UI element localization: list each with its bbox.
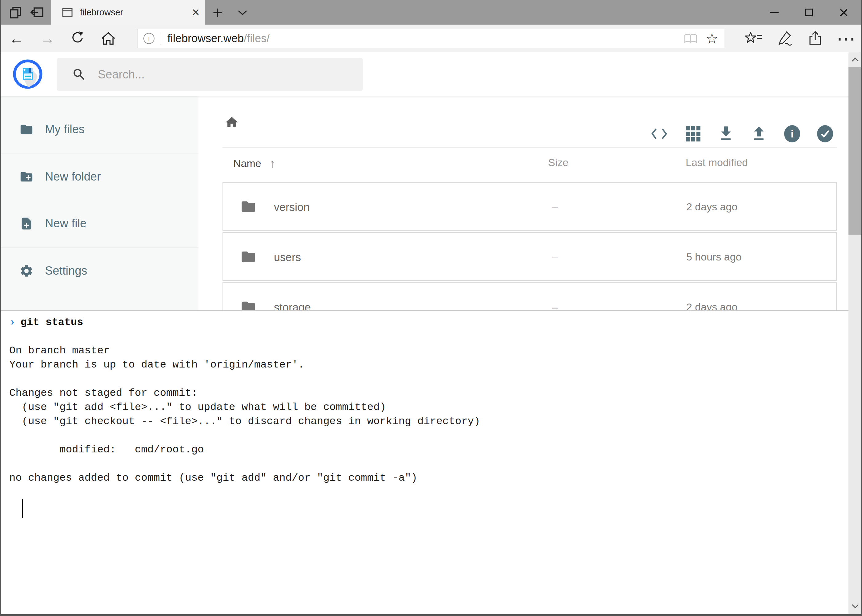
forward-button: →: [38, 29, 57, 48]
terminal-cursor: [22, 499, 23, 518]
browser-navbar: ← → i filebrowser.web/files/: [0, 25, 862, 52]
favorites-hub-icon[interactable]: [744, 29, 763, 48]
file-name: users: [274, 251, 301, 264]
set-tabs-aside-icon[interactable]: [29, 4, 45, 20]
reading-view-icon: [684, 33, 698, 44]
window-border: [0, 0, 1, 616]
web-note-pen-icon[interactable]: [775, 29, 794, 48]
terminal-output-line: (use "git checkout -- <file>..." to disc…: [0, 414, 848, 428]
new-folder-icon: [19, 170, 33, 184]
browser-titlebar: filebrowser × + ×: [0, 0, 862, 25]
window-border: [0, 614, 862, 616]
column-header-size[interactable]: Size: [548, 157, 569, 168]
back-button[interactable]: ←: [7, 29, 26, 48]
select-check-icon[interactable]: [816, 125, 834, 142]
upload-icon[interactable]: [750, 125, 767, 142]
minimize-button[interactable]: [757, 0, 791, 25]
browser-window: filebrowser × + × ← →: [0, 0, 862, 616]
sort-ascending-icon: ↑: [269, 157, 276, 170]
sidebar-item-settings[interactable]: Settings: [0, 247, 199, 294]
download-icon[interactable]: [717, 125, 734, 142]
home-button[interactable]: [99, 29, 118, 48]
search-icon: [72, 68, 86, 82]
refresh-button[interactable]: [68, 29, 87, 48]
tab-list-chevron-icon[interactable]: [235, 8, 251, 17]
terminal-command: git status: [20, 316, 83, 328]
file-modified: 5 hours ago: [686, 251, 742, 263]
terminal-output-line: [0, 329, 848, 344]
browser-tab[interactable]: filebrowser ×: [51, 0, 205, 25]
new-file-icon: [19, 217, 33, 231]
sidebar-item-my-files[interactable]: My files: [0, 106, 199, 153]
tab-title: filebrowser: [80, 7, 186, 17]
sidebar-item-label: Settings: [45, 264, 87, 277]
terminal-output-line: [0, 457, 848, 471]
terminal-output-line: Changes not staged for commit:: [0, 386, 848, 400]
folder-icon: [19, 123, 33, 137]
more-menu-icon[interactable]: ⋯: [836, 29, 856, 48]
share-icon[interactable]: [806, 29, 824, 48]
file-size: –: [552, 201, 558, 213]
set-tabs-aside-icon: [30, 6, 44, 19]
maximize-icon: [805, 9, 813, 16]
tab-close-icon[interactable]: ×: [186, 3, 205, 22]
column-header-name[interactable]: Name↑: [233, 157, 276, 170]
close-window-button[interactable]: ×: [826, 0, 861, 25]
sidebar-item-new-file[interactable]: New file: [0, 200, 199, 247]
raw-code-icon[interactable]: [651, 125, 668, 142]
terminal-output-line: [0, 485, 848, 499]
filebrowser-header: i: [0, 52, 862, 96]
tabs-preview-icon: [9, 6, 22, 19]
sidebar-item-label: My files: [45, 123, 85, 136]
new-tab-button[interactable]: +: [209, 0, 227, 25]
listing-header: Name↑ Size Last modified: [222, 157, 837, 172]
minimize-icon: [770, 12, 778, 13]
sidebar-item-new-folder[interactable]: New folder: [0, 153, 199, 200]
terminal-output-line: [0, 428, 848, 443]
breadcrumb-home-icon[interactable]: [224, 115, 239, 130]
file-name: version: [274, 201, 310, 214]
address-bar[interactable]: i filebrowser.web/files/ ☆: [137, 29, 724, 48]
folder-icon: [240, 199, 256, 215]
prompt-chevron-icon: ›: [9, 316, 16, 328]
info-icon[interactable]: i: [783, 125, 801, 142]
divider: [222, 147, 837, 148]
favorite-star-icon[interactable]: ☆: [706, 31, 718, 46]
file-modified: 2 days ago: [686, 201, 738, 213]
file-size: –: [552, 251, 558, 263]
window-controls: ×: [757, 0, 861, 25]
search-input[interactable]: [98, 68, 344, 81]
tabs-preview-icon[interactable]: [7, 4, 24, 20]
maximize-button[interactable]: [791, 0, 826, 25]
scrollbar-up-icon[interactable]: [848, 52, 862, 67]
browser-scrollbar[interactable]: [848, 52, 862, 616]
file-row[interactable]: version – 2 days ago: [222, 182, 837, 231]
scrollbar-down-icon[interactable]: [848, 599, 862, 614]
terminal-output-line: no changes added to commit (use "git add…: [0, 471, 848, 485]
column-header-modified[interactable]: Last modified: [686, 157, 748, 168]
file-rows: version – 2 days ago users – 5 hours ago…: [222, 182, 837, 332]
scrollbar-thumb[interactable]: [848, 67, 862, 235]
settings-icon: [19, 264, 33, 278]
terminal-output: On branch masterYour branch is up to dat…: [0, 329, 848, 499]
terminal-output-line: [0, 372, 848, 386]
terminal-output-line: Your branch is up to date with 'origin/m…: [0, 358, 848, 372]
page-favicon-icon: [61, 6, 73, 18]
address-separator: [161, 32, 161, 45]
terminal-prompt-line: ›git status: [0, 315, 848, 329]
site-info-icon[interactable]: i: [143, 33, 154, 44]
sidebar-item-label: New folder: [45, 170, 101, 183]
file-row[interactable]: users – 5 hours ago: [222, 232, 837, 281]
sidebar-item-label: New file: [45, 217, 87, 230]
terminal-output-line: On branch master: [0, 344, 848, 358]
terminal-output-line: (use "git add <file>..." to update what …: [0, 400, 848, 414]
terminal-panel[interactable]: ›git status On branch masterYour branch …: [0, 310, 848, 616]
grid-view-icon[interactable]: [684, 125, 702, 142]
folder-icon: [240, 249, 256, 265]
search-box[interactable]: [57, 64, 363, 85]
filebrowser-logo[interactable]: [13, 59, 43, 89]
terminal-output-line: modified: cmd/root.go: [0, 443, 848, 457]
url-text[interactable]: filebrowser.web/files/: [167, 32, 684, 45]
